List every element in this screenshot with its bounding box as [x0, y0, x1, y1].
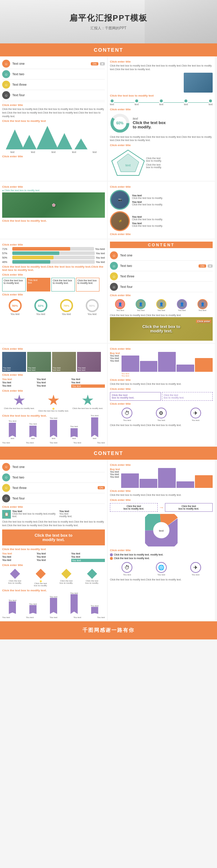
icon-t4: ☺ — [2, 494, 10, 502]
toggle-t-on[interactable]: ON — [98, 486, 105, 489]
click-title-r1[interactable]: Click enter title — [110, 60, 213, 63]
click-title-2[interactable]: Click the text box to modify text — [2, 119, 105, 123]
progress-pct-4: 46% — [2, 261, 11, 263]
icon-t1: ☺ — [2, 463, 10, 471]
avatar-label-3: You text — [156, 309, 166, 311]
click-title-icons[interactable]: Click enter title — [110, 402, 213, 405]
toggle-on[interactable]: ON — [91, 62, 98, 65]
click-title-1[interactable]: Click enter title — [2, 103, 105, 107]
content-bar-label-3: CONTENT — [94, 450, 123, 456]
click-title-prog[interactable]: Click enter title — [2, 243, 105, 246]
click-box-1[interactable]: Click the textbox to modify text. — [110, 392, 161, 401]
click-enter-overlay[interactable]: Click enter — [196, 319, 211, 323]
tt3-9: You text — [71, 559, 105, 562]
click-title-tr4[interactable]: Click enter title — [110, 549, 213, 552]
click-title-r4[interactable]: Click enter title — [110, 144, 213, 147]
item-text-1: Text one — [12, 62, 89, 65]
donut-label: text Click the text boxto modify. — [133, 117, 166, 129]
click-title-tr1[interactable]: Click enter title — [110, 463, 213, 467]
bk2-4: You text — [70, 592, 78, 614]
click-title-tr2[interactable]: Click enter title — [110, 489, 213, 493]
progress-side-2: You text — [96, 252, 105, 255]
avatar-item-5: 👤 You text — [197, 299, 208, 311]
click-title-bar[interactable]: Click enter title — [110, 347, 213, 350]
item-text-r1: Text one — [120, 254, 213, 257]
bar-axis-labels: You textYou textYou textYou textYou text — [2, 442, 105, 444]
click-title-pg3[interactable]: Click enter title — [2, 389, 105, 392]
bookmark-3: You text text — [50, 417, 57, 439]
timeline-item: text — [135, 99, 139, 106]
box-item-1[interactable]: Click the text box to modify text. — [2, 278, 26, 292]
click-title-bar2[interactable]: Click enter title — [110, 378, 213, 382]
circle-item-4: 90% You text — [86, 299, 99, 315]
pentagon-labels: Click the textbox to modify. Click the t… — [146, 157, 213, 169]
icon-circle-3: ✈ — [190, 562, 201, 573]
toggle-r-on[interactable]: ON — [199, 264, 206, 268]
progress-row-3: 50% You text — [2, 256, 105, 259]
click-title-img2[interactable]: Click the text box to modify text. — [2, 219, 105, 222]
click-title-t2[interactable]: Click the text box to modify text — [2, 548, 105, 551]
click-title-box-ext[interactable]: Click enter title — [110, 387, 213, 391]
timeline-item: text — [159, 99, 163, 106]
flow-diagram: Click the textbox to modify text. → Clic… — [110, 503, 213, 512]
click-title-photo[interactable]: Click enter title — [110, 185, 213, 188]
click-title-rc1[interactable]: Click enter title — [110, 294, 213, 297]
cb-title-2: Click the textbox to modify text. — [164, 394, 211, 399]
item-text-r4: Text four — [120, 285, 213, 289]
ytbl-1: Buy text — [110, 468, 120, 471]
diamond-2 — [36, 569, 46, 579]
click-title-prog4[interactable]: Click enter title — [2, 293, 105, 296]
click-title-tr3[interactable]: Click enter title — [110, 498, 213, 502]
flow-box-2[interactable]: Click the textbox to modify text. — [165, 503, 213, 512]
click-title-pg[interactable]: Click enter title — [2, 347, 105, 350]
click-title-t3[interactable]: Click enter title — [2, 563, 105, 567]
click-title-pg2[interactable]: Click enter title — [2, 373, 105, 376]
bk-label-5: You text — [91, 414, 98, 417]
icon-star-1: Click the text box to modify text. — [4, 395, 35, 412]
timeline-label: text — [159, 103, 163, 106]
progress-section: Click enter title 71% You best 57% You t… — [0, 239, 107, 343]
bk-sub-5: text — [91, 437, 98, 439]
tg-4: You text — [2, 381, 36, 384]
deco-4: Click the textbox to modify. — [85, 569, 99, 587]
highlight-large-box[interactable]: Click the text box tomodify text. — [2, 529, 105, 545]
bookmark-4: You text text — [70, 425, 78, 439]
bk2s-5 — [91, 607, 98, 614]
list-item-r2: ☺ Text two ON ■ — [110, 261, 213, 271]
icon-r2-label-2: You text — [156, 574, 167, 576]
svg-text:60%: 60% — [116, 121, 123, 125]
text-bars-left: Buy text You text You text You text — [110, 352, 120, 377]
divider — [2, 102, 105, 102]
box-item-2[interactable]: This textbox — [27, 278, 50, 292]
click-title-t4[interactable]: Click the text box to modify text. — [2, 589, 105, 592]
click-title-r2[interactable]: Click the text box to modify text — [110, 94, 213, 97]
mini-bar-chart — [122, 352, 213, 372]
tt3-4: You text — [2, 556, 36, 558]
click-title-prog2[interactable]: Click the text box to modify text.Click … — [2, 265, 105, 272]
dot-text: ● Click the text box to modify text. — [2, 189, 105, 192]
flow-box-1[interactable]: Click the textbox to modify text. — [110, 503, 158, 512]
photo-label-1: You texttext text — [3, 367, 10, 371]
progress-bar-4 — [12, 260, 95, 264]
box-item-3[interactable]: Click the text box to modify text. — [51, 278, 75, 292]
click-box-2[interactable]: Click the textbox to modify text. — [162, 392, 213, 401]
timeline-item: text — [209, 99, 213, 106]
click-title-img1[interactable]: Click enter title — [2, 185, 105, 188]
page-title: 扁平化汇报PPT模板 — [69, 13, 148, 24]
avatar-item-1: 👤 You text — [115, 299, 125, 311]
body-icons-2: Click the text box to modify text.Click … — [110, 578, 213, 582]
click-title-3[interactable]: Click enter title — [2, 155, 105, 158]
click-title-t1[interactable]: Click enter title — [2, 505, 105, 509]
circle-label-1: You text — [9, 313, 22, 315]
click-title-prog3[interactable]: Click enter title — [2, 273, 105, 276]
box-item-4[interactable]: Click the text box to modify text. — [76, 278, 99, 292]
toggle-off[interactable]: ■ — [100, 62, 105, 65]
bk2-5: You text — [91, 605, 98, 614]
item-text-t3: Text three — [12, 486, 96, 490]
donut-section: 60% text Click the text boxto modify. — [110, 113, 213, 133]
click-title-photo-2[interactable]: Click enter title — [110, 233, 213, 236]
circle-item-3: 78% You text — [60, 299, 73, 315]
deco-l-4: Click the textbox to modify. — [85, 580, 99, 584]
toggle-r-off[interactable]: ■ — [208, 264, 213, 268]
click-title-r3[interactable]: Click enter title — [110, 108, 213, 111]
